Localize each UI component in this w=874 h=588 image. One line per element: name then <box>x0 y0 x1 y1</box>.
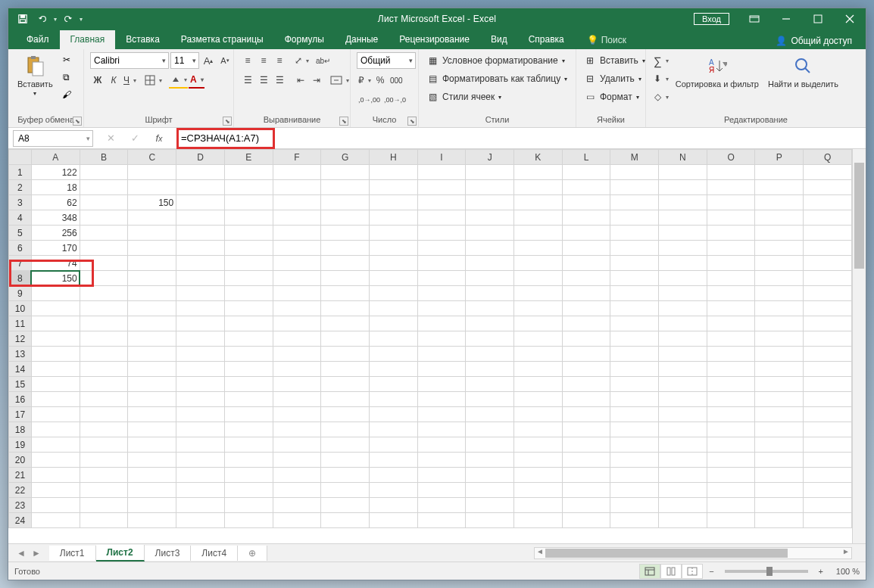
cell-H13[interactable] <box>369 347 417 362</box>
cell-N21[interactable] <box>659 468 707 483</box>
cell-H12[interactable] <box>369 331 417 347</box>
decrease-font-icon[interactable]: A▾ <box>217 52 233 69</box>
cell-L9[interactable] <box>562 286 610 301</box>
cell-K11[interactable] <box>514 316 563 331</box>
cell-J6[interactable] <box>466 241 514 256</box>
cell-O4[interactable] <box>707 210 755 226</box>
cell-M16[interactable] <box>610 392 659 407</box>
cell-G3[interactable] <box>321 195 370 210</box>
cell-M2[interactable] <box>610 180 659 195</box>
cell-M20[interactable] <box>610 453 659 468</box>
cell-F19[interactable] <box>273 437 321 453</box>
cell-B5[interactable] <box>80 226 128 241</box>
cell-D14[interactable] <box>176 362 225 377</box>
cell-H21[interactable] <box>369 468 417 483</box>
cell-E14[interactable] <box>224 362 273 377</box>
cell-N20[interactable] <box>659 453 707 468</box>
cell-I3[interactable] <box>417 195 466 210</box>
cell-J3[interactable] <box>466 195 514 210</box>
tab-layout[interactable]: Разметка страницы <box>170 30 274 49</box>
cell-A6[interactable]: 170 <box>31 241 80 256</box>
cell-Q21[interactable] <box>804 468 852 483</box>
cell-K22[interactable] <box>514 483 563 498</box>
cell-F17[interactable] <box>273 407 321 422</box>
cell-Q6[interactable] <box>804 241 852 256</box>
cell-F24[interactable] <box>273 513 321 528</box>
clear-icon[interactable]: ◇ <box>652 89 670 105</box>
cell-A19[interactable] <box>31 437 80 453</box>
cell-M19[interactable] <box>610 437 659 453</box>
cell-D16[interactable] <box>176 392 225 407</box>
cell-O24[interactable] <box>707 513 755 528</box>
cell-M6[interactable] <box>610 241 659 256</box>
cell-G1[interactable] <box>321 165 370 180</box>
cell-G23[interactable] <box>321 498 370 513</box>
cell-H11[interactable] <box>369 316 417 331</box>
cut-icon[interactable]: ✂ <box>59 52 74 67</box>
cell-B9[interactable] <box>80 286 128 301</box>
find-select-button[interactable]: Найти и выделить <box>765 52 841 90</box>
cell-E4[interactable] <box>224 210 273 226</box>
cell-Q16[interactable] <box>804 392 852 407</box>
row-header-17[interactable]: 17 <box>9 407 32 422</box>
row-header-23[interactable]: 23 <box>9 498 32 513</box>
col-header-Q[interactable]: Q <box>804 150 852 165</box>
cell-N13[interactable] <box>659 347 707 362</box>
cell-F16[interactable] <box>273 392 321 407</box>
cell-P10[interactable] <box>755 301 804 316</box>
cell-O22[interactable] <box>707 483 755 498</box>
cell-B22[interactable] <box>80 483 128 498</box>
cell-P13[interactable] <box>755 347 804 362</box>
cell-O11[interactable] <box>707 316 755 331</box>
cell-J4[interactable] <box>466 210 514 226</box>
cell-B14[interactable] <box>80 362 128 377</box>
cell-B17[interactable] <box>80 407 128 422</box>
cell-D7[interactable] <box>176 256 225 271</box>
number-launcher[interactable]: ⬊ <box>407 117 417 126</box>
col-header-B[interactable]: B <box>80 150 128 165</box>
cell-H6[interactable] <box>369 241 417 256</box>
row-header-8[interactable]: 8 <box>9 271 32 286</box>
cell-E9[interactable] <box>224 286 273 301</box>
cell-M15[interactable] <box>610 377 659 392</box>
cell-F1[interactable] <box>273 165 321 180</box>
cancel-formula-icon[interactable]: ✕ <box>101 130 120 147</box>
cell-J2[interactable] <box>466 180 514 195</box>
cell-K17[interactable] <box>514 407 563 422</box>
font-launcher[interactable]: ⬊ <box>223 117 232 126</box>
cell-C13[interactable] <box>128 347 176 362</box>
cell-K13[interactable] <box>514 347 563 362</box>
paste-button[interactable]: Вставить ▾ <box>14 52 56 98</box>
cell-K19[interactable] <box>514 437 563 453</box>
cell-E18[interactable] <box>224 422 273 437</box>
cell-Q23[interactable] <box>804 498 852 513</box>
cell-G7[interactable] <box>321 256 370 271</box>
wrap-text-icon[interactable]: ab↵ <box>314 52 332 69</box>
cell-E8[interactable] <box>224 271 273 286</box>
cell-D2[interactable] <box>176 180 225 195</box>
cell-O6[interactable] <box>707 241 755 256</box>
cell-H22[interactable] <box>369 483 417 498</box>
cell-B18[interactable] <box>80 422 128 437</box>
cell-D15[interactable] <box>176 377 225 392</box>
cell-I10[interactable] <box>417 301 466 316</box>
cell-D19[interactable] <box>176 437 225 453</box>
cell-F18[interactable] <box>273 422 321 437</box>
zoom-slider[interactable] <box>725 570 808 573</box>
add-sheet-button[interactable]: ⊕ <box>238 546 267 561</box>
cell-A7[interactable]: 74 <box>31 256 80 271</box>
grid[interactable]: ABCDEFGHIJKLMNOPQ11222183621504348525661… <box>8 149 852 543</box>
cell-G20[interactable] <box>321 453 370 468</box>
cell-I8[interactable] <box>417 271 466 286</box>
undo-icon[interactable] <box>34 11 51 27</box>
cell-L5[interactable] <box>562 226 610 241</box>
cell-F11[interactable] <box>273 316 321 331</box>
cell-N6[interactable] <box>659 241 707 256</box>
cell-F10[interactable] <box>273 301 321 316</box>
cell-L16[interactable] <box>562 392 610 407</box>
cell-A17[interactable] <box>31 407 80 422</box>
cell-A9[interactable] <box>31 286 80 301</box>
cell-J12[interactable] <box>466 331 514 347</box>
underline-button[interactable]: Ч <box>122 72 137 89</box>
cell-M18[interactable] <box>610 422 659 437</box>
